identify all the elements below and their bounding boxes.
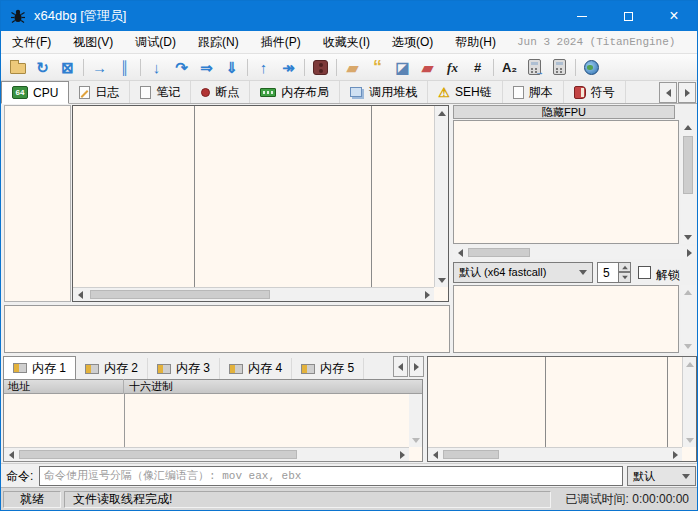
scroll-down-button[interactable] [681,230,695,244]
menu-item-help[interactable]: 帮助(H) [444,31,507,53]
arguments-vscrollbar[interactable] [681,285,696,353]
scroll-down-button[interactable] [435,273,449,287]
hscroll-thumb[interactable] [443,450,499,459]
open-file-button[interactable] [5,56,30,78]
disasm-vscrollbar[interactable] [434,106,448,287]
hide-fpu-button[interactable]: 隐藏FPU [453,105,675,119]
menu-item-plugins[interactable]: 插件(P) [250,31,312,53]
dump-panel[interactable]: 地址 十六进制 [3,379,423,462]
menu-item-debug[interactable]: 调试(D) [124,31,187,53]
arg-count-up-button[interactable] [618,262,631,272]
tab-dump-3[interactable]: 内存 3 [148,358,220,379]
scroll-left-button[interactable] [453,246,467,260]
hscroll-thumb[interactable] [19,450,297,459]
arguments-panel[interactable] [453,285,679,353]
step-over-button[interactable]: ↷ [169,56,194,78]
stack-vscrollbar[interactable] [682,357,696,447]
menu-item-favourites[interactable]: 收藏夹(I) [312,31,381,53]
tab-cpu[interactable]: 64 CPU [1,81,69,104]
stack-hscrollbar[interactable] [428,447,682,461]
scroll-right-button[interactable] [395,448,409,462]
minimize-button[interactable] [559,1,605,31]
disasm-hscrollbar[interactable] [73,287,434,301]
command-input[interactable] [39,466,623,486]
calling-convention-select[interactable]: 默认 (x64 fastcall) [453,262,593,283]
info-box[interactable] [4,305,450,353]
stack-panel[interactable] [427,356,697,462]
scroll-down-button[interactable] [681,339,695,353]
pause-button[interactable]: ║ [112,56,137,78]
vscroll-thumb[interactable] [683,136,693,194]
scroll-right-button[interactable] [668,448,682,462]
disasm-sidebar[interactable] [4,105,71,302]
calculator-button[interactable] [547,56,572,78]
tab-memory-map[interactable]: 内存布局 [250,81,340,103]
eraser-button[interactable]: ▰ [415,56,440,78]
menu-item-file[interactable]: 文件(F) [1,31,62,53]
scroll-left-button[interactable] [428,448,442,462]
execute-till-return-button[interactable]: ↑ [251,56,276,78]
menu-item-trace[interactable]: 跟踪(N) [187,31,250,53]
registers-hscrollbar[interactable] [453,246,696,259]
trace-over-button[interactable]: ⇓ [219,56,244,78]
tab-dump-4[interactable]: 内存 4 [220,358,292,379]
scroll-right-button[interactable] [420,288,434,302]
globe-button[interactable] [579,56,604,78]
arg-count-field[interactable]: 5 [597,262,619,283]
scroll-up-button[interactable] [683,357,697,371]
close-button[interactable]: × [651,1,697,31]
column-header-hex[interactable]: 十六进制 [124,379,173,394]
run-button[interactable]: → [87,56,112,78]
tab-seh-chain[interactable]: SEH链 [428,81,502,103]
maximize-button[interactable] [605,1,651,31]
hash-analysis-button[interactable]: # [465,56,490,78]
tab-dump-2[interactable]: 内存 2 [76,358,148,379]
scroll-left-button[interactable] [4,448,18,462]
tab-symbols[interactable]: 符号 [564,81,626,103]
patches-button[interactable]: ▰ [340,56,365,78]
registers-panel[interactable] [453,120,679,244]
scroll-left-button[interactable] [73,288,87,302]
menu-item-view[interactable]: 视图(V) [62,31,124,53]
menu-item-options[interactable]: 选项(O) [381,31,444,53]
scientific-calculator-button[interactable]: → [522,56,547,78]
tab-scroll-right-button[interactable] [678,82,696,103]
scroll-up-button[interactable] [681,120,695,134]
registers-vscrollbar[interactable] [681,120,696,244]
breakpoints-button[interactable] [308,56,333,78]
scroll-down-button[interactable] [683,433,697,447]
dump-tab-scroll-left-button[interactable] [393,356,408,377]
close-process-button[interactable]: ⊠ [55,56,80,78]
scroll-down-button[interactable] [409,433,423,447]
arg-count-down-button[interactable] [618,272,631,283]
comments-button[interactable]: “ [365,56,390,78]
disassembly-panel[interactable] [72,105,449,302]
command-profile-select[interactable]: 默认 [627,466,696,486]
column-header-address[interactable]: 地址 [4,379,124,394]
hscroll-thumb[interactable] [90,290,270,299]
tab-breakpoints[interactable]: 断点 [191,81,250,103]
step-into-button[interactable]: ↓ [144,56,169,78]
titlebar[interactable]: x64dbg [管理员] × [1,1,697,31]
tab-scroll-left-button[interactable] [659,82,677,103]
dump-hscrollbar[interactable] [4,447,409,461]
run-trace-button[interactable]: ⇒ [194,56,219,78]
function-analysis-button[interactable]: fx [440,56,465,78]
dump-tab-scroll-right-button[interactable] [409,356,424,377]
hscroll-thumb[interactable] [468,248,530,257]
scroll-up-button[interactable] [681,285,695,299]
tab-dump-5[interactable]: 内存 5 [292,358,364,379]
tab-call-stack[interactable]: 调用堆栈 [340,81,428,103]
tab-notes[interactable]: 笔记 [130,81,191,103]
run-to-user-code-button[interactable]: ↠ [276,56,301,78]
tab-script[interactable]: 脚本 [503,81,564,103]
scroll-up-button[interactable] [435,106,449,120]
restart-button[interactable]: ↻ [30,56,55,78]
dump-vscrollbar[interactable] [409,394,422,447]
case-convert-button[interactable]: A₂ [497,56,522,78]
tab-dump-1[interactable]: 内存 1 [3,356,76,379]
labels-button[interactable]: ◪ [390,56,415,78]
unlock-checkbox[interactable] [638,266,651,279]
scroll-right-button[interactable] [682,246,696,260]
tab-log[interactable]: 日志 [69,81,130,103]
